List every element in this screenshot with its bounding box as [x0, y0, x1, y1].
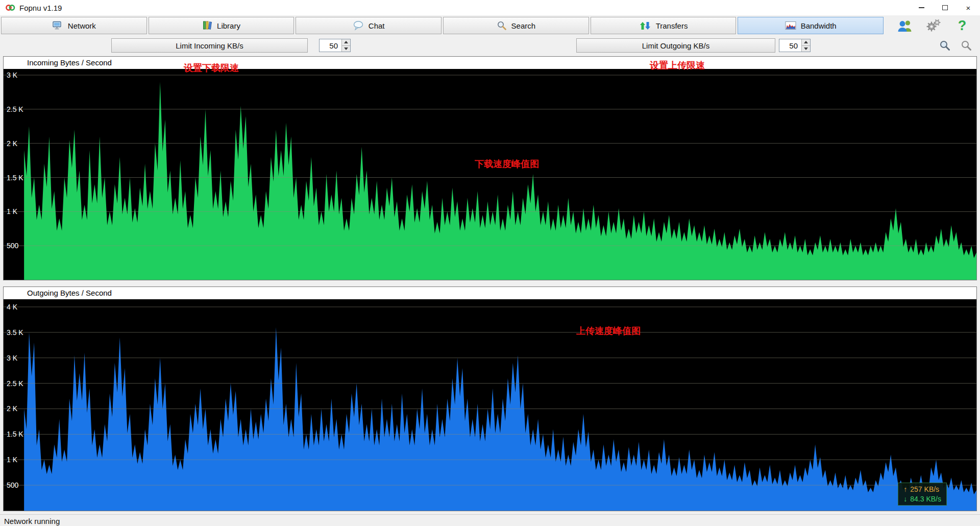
outgoing-chart-plot: ↑ 257 KB/s ↓ 84.3 KB/s 4 K3.5 K3 K2.5 K2… — [4, 299, 976, 511]
up-arrow-icon — [804, 41, 808, 43]
y-axis-tick-label: 1 K — [7, 207, 17, 216]
annotation-upload-peak-chart: 上传速度峰值图 — [576, 325, 641, 337]
tab-transfers[interactable]: Transfers — [591, 17, 737, 34]
outgoing-spin-down-button[interactable] — [801, 45, 810, 52]
y-axis-tick-label: 1.5 K — [7, 430, 23, 438]
help-icon: ? — [958, 19, 967, 33]
y-axis-tick-label: 2.5 K — [7, 105, 23, 113]
outgoing-spinner-arrows — [801, 39, 810, 52]
y-axis-tick-label: 1.5 K — [7, 174, 23, 182]
app-window: Fopnu v1.19 × Network Library — [0, 0, 980, 526]
zoom-in-button[interactable] — [937, 38, 952, 53]
main-toolbar: Network Library Chat Search — [0, 15, 980, 36]
minimize-icon — [919, 7, 924, 8]
incoming-chart-plot: 3 K2.5 K2 K1.5 K1 K500 — [4, 69, 976, 280]
annotation-set-download-limit: 设置下载限速 — [184, 62, 239, 74]
minimize-button[interactable] — [910, 0, 933, 15]
tab-network[interactable]: Network — [1, 17, 147, 34]
y-axis-tick-label: 3 K — [7, 71, 17, 79]
outgoing-spin-up-button[interactable] — [801, 39, 810, 45]
outgoing-area-chart — [4, 299, 976, 511]
tab-network-label: Network — [68, 21, 96, 30]
toolbar-icon-group: ? — [885, 17, 977, 34]
limits-toolbar: Limit Incoming KB/s Limit Outgoing KB/s — [0, 36, 980, 55]
upload-speed-row: ↑ 257 KB/s — [903, 485, 941, 493]
download-speed-value: 84.3 KB/s — [910, 495, 941, 503]
window-title: Fopnu v1.19 — [19, 4, 62, 12]
maximize-icon — [942, 5, 948, 10]
magnifier-icon — [939, 39, 951, 52]
download-arrow-icon: ↓ — [903, 495, 907, 503]
incoming-spin-down-button[interactable] — [341, 45, 350, 52]
y-axis-tick-label: 3 K — [7, 354, 17, 362]
download-speed-row: ↓ 84.3 KB/s — [903, 495, 941, 503]
limit-incoming-button[interactable]: Limit Incoming KB/s — [111, 38, 308, 53]
transfers-arrows-icon — [639, 21, 651, 31]
tab-library[interactable]: Library — [149, 17, 295, 34]
y-axis-tick-label: 1 K — [7, 456, 17, 464]
status-bar: Network running — [0, 514, 980, 526]
limit-incoming-spinner — [319, 39, 351, 52]
tab-search-label: Search — [511, 21, 536, 30]
down-arrow-icon — [344, 47, 348, 50]
title-bar: Fopnu v1.19 × — [0, 0, 980, 15]
y-axis-tick-label: 2 K — [7, 139, 17, 148]
bandwidth-chart-icon — [785, 21, 796, 30]
status-text: Network running — [4, 517, 60, 525]
magnifier-icon — [960, 39, 972, 52]
annotation-set-upload-limit: 设置上传限速 — [650, 59, 705, 71]
upload-speed-value: 257 KB/s — [910, 485, 939, 493]
outgoing-chart-panel: Outgoing Bytes / Second ↑ 257 KB/s ↓ 84.… — [3, 286, 977, 511]
incoming-spin-up-button[interactable] — [341, 39, 350, 45]
tab-chat-label: Chat — [369, 21, 385, 30]
library-icon — [202, 20, 212, 31]
limit-outgoing-button[interactable]: Limit Outgoing KB/s — [576, 38, 775, 53]
tab-library-label: Library — [217, 21, 240, 30]
tab-transfers-label: Transfers — [656, 21, 688, 30]
help-button[interactable]: ? — [951, 17, 973, 34]
up-arrow-icon — [344, 41, 348, 43]
y-axis-tick-label: 3.5 K — [7, 328, 23, 337]
panel-gap — [0, 280, 980, 286]
annotation-download-peak-chart: 下载速度峰值图 — [475, 158, 539, 170]
fopnu-logo-icon — [5, 3, 15, 13]
chat-bubble-icon — [353, 20, 364, 31]
outgoing-chart-title: Outgoing Bytes / Second — [4, 287, 976, 299]
settings-gear-icon — [926, 18, 941, 33]
y-axis-tick-label: 4 K — [7, 303, 17, 311]
users-button[interactable] — [894, 17, 916, 34]
tab-search[interactable]: Search — [443, 17, 589, 34]
users-icon — [897, 19, 913, 32]
upload-arrow-icon: ↑ — [903, 485, 907, 493]
incoming-spinner-arrows — [341, 39, 350, 52]
network-icon — [52, 21, 63, 30]
zoom-out-button[interactable] — [959, 38, 974, 53]
y-axis-tick-label: 500 — [7, 242, 18, 250]
maximize-button[interactable] — [933, 0, 957, 15]
y-axis-tick-label: 2 K — [7, 404, 17, 413]
settings-button[interactable] — [923, 17, 944, 34]
y-axis-tick-label: 2.5 K — [7, 379, 23, 388]
y-axis-tick-label: 500 — [7, 481, 18, 489]
limit-outgoing-spinner — [779, 39, 811, 52]
tab-bandwidth-label: Bandwidth — [801, 21, 837, 30]
tab-chat[interactable]: Chat — [296, 17, 442, 34]
close-button[interactable]: × — [957, 0, 980, 15]
tab-bandwidth[interactable]: Bandwidth — [738, 17, 884, 34]
incoming-chart-title: Incoming Bytes / Second — [4, 57, 976, 69]
search-icon — [497, 20, 507, 31]
window-controls: × — [910, 0, 980, 15]
incoming-area-chart — [4, 69, 976, 280]
current-speeds-overlay: ↑ 257 KB/s ↓ 84.3 KB/s — [898, 483, 947, 506]
down-arrow-icon — [804, 47, 808, 50]
